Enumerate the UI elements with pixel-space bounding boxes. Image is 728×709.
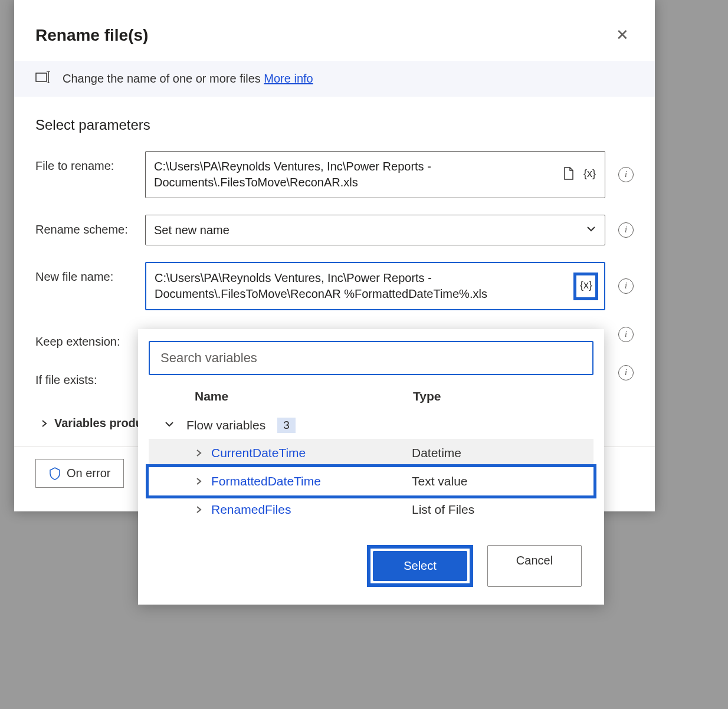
info-bar: Change the name of one or more files Mor…	[14, 61, 655, 97]
rename-icon	[35, 71, 52, 86]
info-icon[interactable]: i	[618, 365, 634, 380]
field-file-to-rename: File to rename: C:\Users\PA\Reynolds Ven…	[35, 151, 634, 198]
search-variables-input[interactable]: Search variables	[149, 341, 593, 375]
info-icon[interactable]: i	[618, 167, 634, 182]
chevron-down-icon	[164, 418, 175, 432]
dialog-title: Rename file(s)	[35, 26, 148, 45]
info-text: Change the name of one or more files Mor…	[63, 72, 313, 86]
rename-scheme-select[interactable]: Set new name	[145, 215, 605, 245]
info-icon[interactable]: i	[618, 222, 634, 238]
variable-picker-popup: Search variables Name Type Flow variable…	[138, 329, 604, 605]
group-count-badge: 3	[277, 418, 296, 433]
field-label: File to rename:	[35, 151, 145, 173]
on-error-button[interactable]: On error	[35, 459, 124, 488]
cancel-button[interactable]: Cancel	[487, 545, 582, 587]
variable-row-formatteddatetime[interactable]: FormattedDateTime Text value	[149, 467, 593, 495]
svg-rect-0	[36, 73, 47, 81]
field-label: If file exists:	[35, 365, 145, 387]
field-label: Keep extension:	[35, 327, 145, 349]
field-rename-scheme: Rename scheme: Set new name i	[35, 215, 634, 245]
variable-picker-icon[interactable]: {x}	[573, 273, 598, 300]
info-icon[interactable]: i	[618, 327, 634, 342]
column-type-header: Type	[413, 389, 441, 403]
more-info-link[interactable]: More info	[264, 72, 313, 85]
svg-text:{x}: {x}	[583, 168, 596, 179]
svg-text:{x}: {x}	[580, 279, 592, 291]
select-button-highlight: Select	[367, 545, 473, 587]
field-new-file-name: New file name: C:\Users\PA\Reynolds Vent…	[35, 262, 634, 310]
column-name-header: Name	[195, 389, 413, 403]
close-icon[interactable]: ✕	[611, 24, 634, 47]
chevron-right-icon	[195, 449, 211, 457]
field-label: Rename scheme:	[35, 215, 145, 237]
flow-variables-group[interactable]: Flow variables 3	[149, 412, 593, 439]
new-file-name-input[interactable]: C:\Users\PA\Reynolds Ventures, Inc\Power…	[145, 262, 605, 310]
info-icon[interactable]: i	[618, 278, 634, 294]
file-to-rename-input[interactable]: C:\Users\PA\Reynolds Ventures, Inc\Power…	[145, 151, 605, 198]
variable-row-currentdatetime[interactable]: CurrentDateTime Datetime	[149, 439, 593, 467]
browse-file-icon[interactable]	[561, 166, 575, 183]
chevron-down-icon	[586, 224, 596, 237]
field-label: New file name:	[35, 262, 145, 284]
variable-row-renamedfiles[interactable]: RenamedFiles List of Files	[149, 495, 593, 524]
chevron-right-icon	[195, 477, 211, 485]
variable-picker-icon[interactable]: {x}	[582, 166, 596, 183]
select-button[interactable]: Select	[373, 551, 467, 581]
variable-table-header: Name Type	[149, 389, 593, 412]
section-title: Select parameters	[35, 117, 634, 133]
popup-footer: Select Cancel	[149, 524, 593, 593]
dialog-header: Rename file(s) ✕	[14, 0, 655, 61]
chevron-right-icon	[195, 506, 211, 514]
